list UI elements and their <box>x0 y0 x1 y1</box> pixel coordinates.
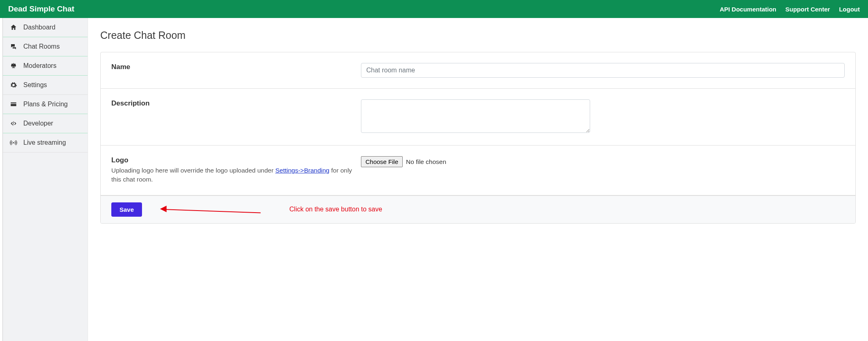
section-name: Name <box>101 52 855 89</box>
sidebar-item-label: Chat Rooms <box>23 43 60 50</box>
home-icon <box>9 24 18 31</box>
brand-title: Dead Simple Chat <box>8 4 74 13</box>
file-chosen-status: No file chosen <box>406 158 446 166</box>
name-label: Name <box>111 63 353 71</box>
page-title: Create Chat Room <box>100 29 856 41</box>
chat-icon <box>9 43 18 50</box>
settings-branding-link[interactable]: Settings->Branding <box>275 167 329 174</box>
sidebar-item-developer[interactable]: Developer <box>3 114 88 133</box>
sidebar-item-dashboard[interactable]: Dashboard <box>3 18 88 37</box>
description-textarea[interactable] <box>361 99 590 133</box>
sidebar-item-plans-pricing[interactable]: Plans & Pricing <box>3 95 88 114</box>
card-icon <box>9 101 18 108</box>
svg-point-0 <box>13 142 14 144</box>
save-button[interactable]: Save <box>111 202 142 217</box>
sidebar-item-live-streaming[interactable]: Live streaming <box>3 133 88 153</box>
sidebar-item-label: Plans & Pricing <box>23 101 68 108</box>
code-icon <box>9 120 18 127</box>
sidebar-item-label: Live streaming <box>23 139 66 146</box>
header-links: API Documentation Support Center Logout <box>720 6 860 13</box>
name-input[interactable] <box>361 63 845 78</box>
sidebar: Dashboard Chat Rooms Moderators Settings… <box>3 18 88 341</box>
sidebar-item-label: Developer <box>23 120 53 127</box>
scales-icon <box>9 62 18 70</box>
sidebar-item-label: Dashboard <box>23 24 55 31</box>
sidebar-item-label: Moderators <box>23 62 56 70</box>
description-label: Description <box>111 99 353 108</box>
logo-label: Logo <box>111 156 353 164</box>
section-description: Description <box>101 89 855 146</box>
top-header: Dead Simple Chat API Documentation Suppo… <box>0 0 868 18</box>
api-docs-link[interactable]: API Documentation <box>720 6 776 13</box>
create-chat-room-form: Name Description Logo Uploading l <box>100 52 856 224</box>
annotation-text: Click on the save button to save <box>289 206 382 213</box>
form-footer: Save Click on the save button to save <box>101 195 855 223</box>
main-content: Create Chat Room Name Description <box>88 18 868 341</box>
annotation-arrow <box>162 205 269 213</box>
support-center-link[interactable]: Support Center <box>785 6 830 13</box>
sidebar-item-chat-rooms[interactable]: Chat Rooms <box>3 37 88 56</box>
gear-icon <box>9 81 18 89</box>
section-logo: Logo Uploading logo here will override t… <box>101 146 855 195</box>
logout-link[interactable]: Logout <box>839 6 860 13</box>
logo-help-text: Uploading logo here will override the lo… <box>111 166 353 184</box>
sidebar-item-settings[interactable]: Settings <box>3 76 88 95</box>
choose-file-button[interactable]: Choose File <box>361 156 403 167</box>
sidebar-item-moderators[interactable]: Moderators <box>3 56 88 76</box>
logo-help-pre: Uploading logo here will override the lo… <box>111 167 275 174</box>
window-left-border <box>0 18 3 341</box>
sidebar-item-label: Settings <box>23 81 47 89</box>
broadcast-icon <box>9 139 18 146</box>
